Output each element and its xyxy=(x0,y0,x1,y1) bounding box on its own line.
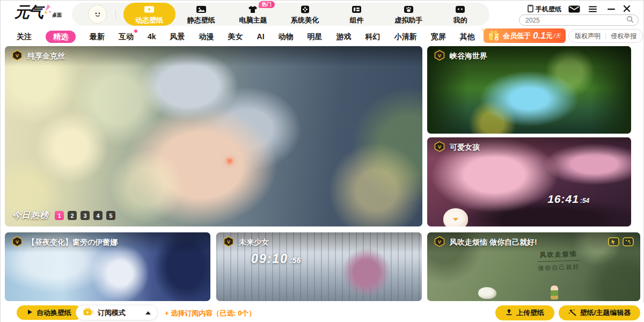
category-newest[interactable]: 最新 xyxy=(90,31,105,43)
paint-splash-icon xyxy=(43,4,52,16)
promo-unit: 元 xyxy=(546,31,553,41)
category-bar: 关注 精选 最新 互动 4k 风景 动漫 美女 AI 动物 明星 游戏 科幻 小… xyxy=(17,31,475,43)
select-subscription-link[interactable]: + 选择订阅内容（已选: 0个） xyxy=(165,309,255,318)
tab-my[interactable]: 我的 xyxy=(434,3,486,26)
category-fresh[interactable]: 小清新 xyxy=(394,31,417,43)
category-featured[interactable]: 精选 xyxy=(46,31,76,43)
hot-ranking-label: 今日热榜 xyxy=(12,210,49,221)
rank-button-4[interactable]: 4 xyxy=(93,211,103,220)
category-interactive[interactable]: 互动 xyxy=(119,31,134,43)
profile-icon xyxy=(455,5,465,16)
card-header: V 可爱女孩 xyxy=(427,137,631,158)
rank-button-5[interactable]: 5 xyxy=(106,211,115,220)
svg-text:V: V xyxy=(438,53,441,58)
interact-icon[interactable] xyxy=(608,237,619,248)
search-icon[interactable] xyxy=(626,16,634,25)
wallpaper-theme-editor-button[interactable]: 壁纸/主题编辑器 xyxy=(559,305,640,320)
card-header: V 风吹走烦恼 做你自己就好! xyxy=(427,232,640,253)
category-game[interactable]: 游戏 xyxy=(336,31,352,43)
svg-text:V: V xyxy=(438,239,441,245)
rights-separator: | xyxy=(605,32,606,40)
mail-icon[interactable] xyxy=(568,5,580,13)
upload-icon xyxy=(506,309,513,317)
subscribe-mode-dropdown[interactable]: 订阅模式 xyxy=(76,305,158,320)
tab-static-wallpaper[interactable]: 静态壁纸 xyxy=(175,3,228,26)
dynamic-wallpaper-icon xyxy=(144,5,155,16)
card-title: 风吹走烦恼 做你自己就好! xyxy=(450,238,537,247)
tab-dynamic-wallpaper[interactable]: 动态壁纸 xyxy=(123,3,175,26)
cartoon-dog xyxy=(478,287,496,299)
pc-theme-icon xyxy=(247,5,258,16)
gift-icon xyxy=(486,28,501,45)
category-scenery[interactable]: 风景 xyxy=(170,31,185,43)
category-star[interactable]: 明星 xyxy=(308,31,323,43)
report-link[interactable]: 侵权举报 xyxy=(611,32,636,41)
category-4k[interactable]: 4k xyxy=(148,31,156,43)
effects-icon[interactable] xyxy=(623,237,634,248)
search-input[interactable] xyxy=(525,17,626,24)
wallpaper-card-canyon[interactable]: V 峡谷海世界 xyxy=(427,46,631,134)
tab-virtual-assistant[interactable]: 虚拟助手 xyxy=(383,3,435,26)
copyright-link[interactable]: 版权声明 xyxy=(575,32,601,41)
system-beautify-icon xyxy=(301,5,310,16)
vip-icon: V xyxy=(434,50,445,63)
wallpaper-card-future-girl[interactable]: V 未来少女 09:10:56 xyxy=(216,232,422,301)
minimize-icon[interactable] xyxy=(608,6,615,12)
rank-button-3[interactable]: 3 xyxy=(80,211,90,220)
tab-widgets[interactable]: 组件 xyxy=(331,3,383,26)
wallpaper-art-text: 风吹走烦恼 做你自己就好 xyxy=(538,250,580,273)
tab-label: 静态壁纸 xyxy=(187,17,215,24)
category-ai[interactable]: AI xyxy=(257,31,265,43)
logo-subtext: 桌面 xyxy=(52,12,62,19)
hamburger-menu-icon[interactable] xyxy=(589,6,597,12)
vip-icon: V xyxy=(434,236,445,249)
wallpaper-card-hero[interactable]: V 纯享金克丝 ♥ 今日热榜 1 2 3 4 5 xyxy=(5,46,422,226)
magic-wand-icon xyxy=(568,309,576,318)
category-follow[interactable]: 关注 xyxy=(17,31,32,43)
category-widescreen[interactable]: 宽屏 xyxy=(431,31,446,43)
rank-button-1[interactable]: 1 xyxy=(55,211,64,220)
phone-wallpaper-link[interactable]: 手机壁纸 xyxy=(528,5,561,14)
category-beauty[interactable]: 美女 xyxy=(228,31,243,43)
category-animal[interactable]: 动物 xyxy=(279,31,294,43)
widgets-icon xyxy=(352,5,362,16)
card-header: V 峡谷海世界 xyxy=(427,46,631,67)
card-tools xyxy=(608,237,634,248)
tab-pc-theme[interactable]: 热门 电脑主题 xyxy=(227,3,279,26)
sparkle-icon: + xyxy=(481,26,485,33)
main-navigation: 动态壁纸 静态壁纸 热门 电脑主题 xyxy=(72,3,489,26)
card-title: 未来少女 xyxy=(239,238,269,247)
svg-text:V: V xyxy=(438,144,441,150)
footer-bar: 自动换壁纸 订阅模式 + 选择订阅内容（已选: 0个） xyxy=(1,303,644,322)
wallpaper-card-wind[interactable]: V 风吹走烦恼 做你自己就好! xyxy=(427,232,640,301)
promo-text: 会员低于 xyxy=(503,31,531,41)
chick-mascot xyxy=(443,208,468,226)
tab-system-beautify[interactable]: 系统美化 xyxy=(279,3,331,26)
card-title: 【昼夜变化】窗旁の伊蕾娜 xyxy=(27,238,118,247)
tv-icon xyxy=(83,308,93,318)
card-header: V 未来少女 xyxy=(216,232,422,253)
upload-wallpaper-button[interactable]: 上传壁纸 xyxy=(495,305,554,320)
card-title: 纯享金克丝 xyxy=(27,52,65,61)
smiley-avatar[interactable] xyxy=(88,5,107,24)
daily-hot-ranking: 今日热榜 1 2 3 4 5 xyxy=(12,210,115,221)
promo-price: 0.1 xyxy=(533,31,546,41)
cartoon-boy xyxy=(551,286,558,299)
wallpaper-card-cute-girl[interactable]: V 可爱女孩 16:41:54 xyxy=(427,137,631,226)
auto-change-wallpaper-button[interactable]: 自动换壁纸 xyxy=(17,305,82,320)
category-scifi[interactable]: 科幻 xyxy=(365,31,380,43)
promo-per: /天 xyxy=(554,32,561,40)
heart-glow-icon: ♥ xyxy=(227,156,232,167)
nav-divider xyxy=(115,10,116,19)
app-window: 元气 桌面 xyxy=(0,0,644,322)
vip-promo-banner[interactable]: + 会员低于 0.1 元 /天 xyxy=(484,28,566,43)
app-logo: 元气 桌面 xyxy=(14,4,62,20)
close-icon[interactable] xyxy=(623,5,631,12)
search-bar xyxy=(519,14,639,26)
clock-overlay: 09:10:56 xyxy=(251,252,301,266)
rank-button-2[interactable]: 2 xyxy=(68,211,77,220)
wallpaper-card-elaina[interactable]: V 【昼夜变化】窗旁の伊蕾娜 xyxy=(5,232,210,301)
svg-text:V: V xyxy=(16,53,19,58)
category-other[interactable]: 其他 xyxy=(460,31,475,43)
category-anime[interactable]: 动漫 xyxy=(199,31,214,43)
